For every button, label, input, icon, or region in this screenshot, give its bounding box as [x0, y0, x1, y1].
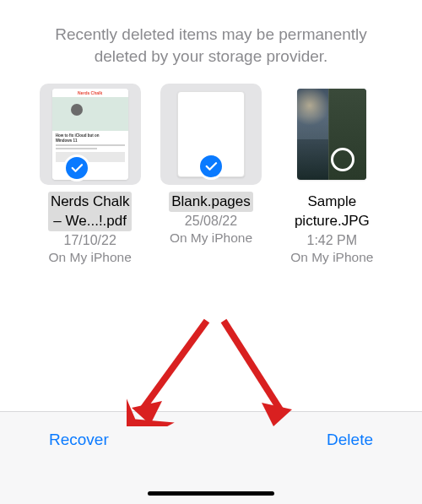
svg-line-2 [224, 321, 283, 414]
file-date: 17/10/22 [64, 233, 116, 248]
file-name: Blank.pages [169, 192, 253, 211]
file-location: On My iPhone [170, 230, 252, 246]
recover-button[interactable]: Recover [49, 431, 109, 449]
header-warning: Recently deleted items may be permanentl… [0, 0, 422, 84]
file-location: On My iPhone [49, 250, 132, 265]
selected-check-icon [197, 153, 225, 180]
file-item[interactable]: Sample picture.JPG 1:42 PM On My iPhone [280, 84, 384, 265]
delete-button[interactable]: Delete [327, 431, 373, 449]
file-date: 25/08/22 [185, 214, 237, 229]
home-indicator[interactable] [148, 491, 274, 496]
file-item[interactable]: Blank.pages 25/08/22 On My iPhone [159, 84, 262, 265]
thumbnail-wrap[interactable]: Nerds Chalk How to fix iCloud but onWind… [40, 84, 141, 185]
file-location: On My iPhone [290, 250, 373, 265]
bottom-toolbar: Recover Delete [0, 411, 422, 504]
annotation-arrow-icon [211, 317, 304, 426]
file-name: Sample picture.JPG [289, 192, 375, 231]
thumbnail [297, 89, 366, 180]
annotation-arrow-icon [127, 317, 219, 426]
svg-line-0 [139, 321, 207, 414]
file-item[interactable]: Nerds Chalk How to fix iCloud but onWind… [38, 84, 142, 265]
thumbnail-wrap[interactable] [160, 84, 262, 185]
file-name: Nerds Chalk – We...!.pdf [48, 192, 133, 231]
recently-deleted-list: Nerds Chalk How to fix iCloud but onWind… [0, 84, 422, 265]
thumbnail-wrap[interactable] [281, 84, 382, 185]
file-date: 1:42 PM [307, 233, 358, 248]
selected-check-icon [63, 154, 90, 182]
